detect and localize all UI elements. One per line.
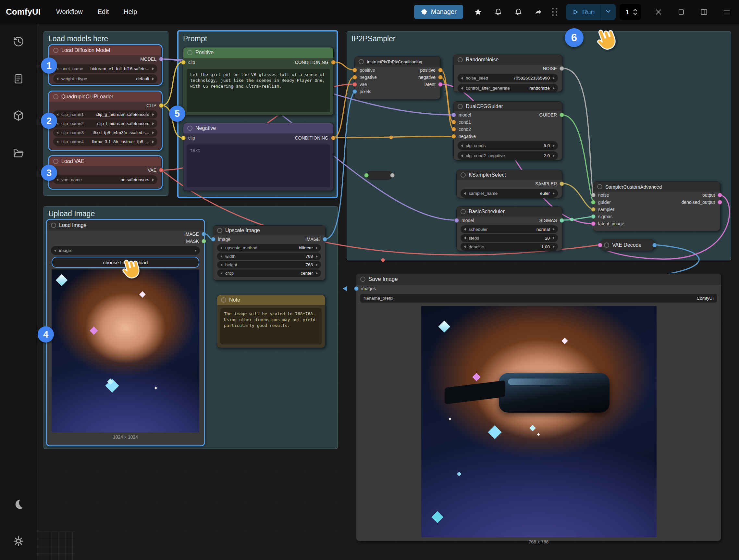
next-arrow-icon[interactable] bbox=[195, 249, 197, 252]
menu-help[interactable]: Help bbox=[124, 8, 137, 16]
bell-alt-icon[interactable] bbox=[512, 6, 525, 18]
sampler-input-slot[interactable] bbox=[591, 207, 596, 212]
collapse-toggle[interactable] bbox=[53, 48, 58, 53]
positive-output-slot[interactable] bbox=[438, 68, 443, 73]
star-icon[interactable] bbox=[472, 6, 484, 18]
widget-upscale-method[interactable]: upscale_method bilinear bbox=[217, 244, 321, 252]
clip-input-slot[interactable] bbox=[181, 136, 186, 140]
menu-workflow[interactable]: Workflow bbox=[56, 8, 83, 16]
manager-button[interactable]: Manager bbox=[414, 5, 463, 19]
node-library-cube-icon[interactable] bbox=[11, 109, 26, 123]
pixels-input-slot[interactable] bbox=[352, 89, 357, 94]
prev-arrow-icon[interactable] bbox=[220, 264, 222, 266]
widget-clip-name4[interactable]: clip_name4 llama_3.1_8b_instruct_fp8_... bbox=[53, 138, 157, 146]
model-input-slot[interactable] bbox=[454, 218, 459, 223]
cond2-input-slot[interactable] bbox=[451, 127, 456, 131]
denoised-output-slot[interactable] bbox=[718, 200, 722, 204]
widget-crop[interactable]: crop center bbox=[217, 269, 321, 277]
noise-output-slot[interactable] bbox=[560, 66, 564, 71]
next-arrow-icon[interactable] bbox=[152, 131, 154, 134]
prev-arrow-icon[interactable] bbox=[56, 113, 58, 116]
collapse-toggle[interactable] bbox=[597, 184, 602, 189]
next-arrow-icon[interactable] bbox=[553, 192, 555, 195]
run-button[interactable]: Run bbox=[566, 4, 601, 20]
collapse-toggle[interactable] bbox=[187, 126, 192, 131]
prompt-textarea[interactable]: Let the girl put on the VR glasses full … bbox=[187, 69, 330, 112]
queue-increment-icon[interactable] bbox=[632, 8, 638, 12]
sampler-output-slot[interactable] bbox=[560, 181, 564, 186]
image-output-slot[interactable] bbox=[323, 237, 327, 242]
widget-unet-name[interactable]: unet_name hidream_e1_full_bf16.safete... bbox=[53, 64, 157, 73]
prev-arrow-icon[interactable] bbox=[464, 246, 466, 248]
image-input-slot[interactable] bbox=[211, 237, 215, 242]
collapse-toggle[interactable] bbox=[51, 223, 56, 228]
node-dual-cfg-guider[interactable]: DualCFGGuider model GUIDER cond1 cond2 n… bbox=[453, 101, 562, 160]
negative-input-slot[interactable] bbox=[451, 134, 456, 139]
node-load-image[interactable]: Load Image IMAGE MASK image choose file … bbox=[47, 220, 204, 445]
node-ksampler-select[interactable]: KSamplerSelect SAMPLER sampler_name eule… bbox=[456, 170, 562, 198]
widget-steps[interactable]: steps 20 bbox=[460, 234, 558, 242]
next-arrow-icon[interactable] bbox=[316, 247, 318, 249]
prev-arrow-icon[interactable] bbox=[461, 144, 463, 147]
collapse-toggle[interactable] bbox=[53, 94, 58, 99]
widget-weight-dtype[interactable]: weight_dtype default bbox=[53, 74, 157, 83]
input-image-preview[interactable] bbox=[51, 269, 199, 432]
menu-edit[interactable]: Edit bbox=[98, 8, 109, 16]
node-note[interactable]: Note The image will be scaled to 768*768… bbox=[217, 295, 325, 348]
image-output-slot[interactable] bbox=[201, 232, 206, 236]
widget-width[interactable]: width 768 bbox=[217, 253, 321, 260]
next-arrow-icon[interactable] bbox=[553, 154, 555, 157]
prev-arrow-icon[interactable] bbox=[56, 141, 58, 143]
latent-output-slot[interactable] bbox=[438, 82, 443, 87]
node-basic-scheduler[interactable]: BasicScheduler model SIGMAS scheduler no… bbox=[456, 206, 562, 251]
next-arrow-icon[interactable] bbox=[316, 272, 318, 275]
log-list-icon[interactable] bbox=[11, 72, 26, 86]
collapse-toggle[interactable] bbox=[458, 57, 463, 62]
output-image-preview[interactable] bbox=[421, 306, 656, 537]
widget-cfg-conds[interactable]: cfg_conds 5.0 bbox=[458, 141, 558, 150]
mask-output-slot[interactable] bbox=[201, 239, 206, 244]
node-load-diffusion-model[interactable]: Load Diffusion Model MODEL unet_name hid… bbox=[49, 45, 162, 85]
reroute-input-slot[interactable] bbox=[364, 173, 369, 177]
noise-input-slot[interactable] bbox=[591, 193, 596, 197]
prev-arrow-icon[interactable] bbox=[464, 192, 466, 195]
next-arrow-icon[interactable] bbox=[152, 141, 154, 143]
model-input-slot[interactable] bbox=[451, 113, 456, 117]
settings-gear-icon[interactable] bbox=[11, 534, 26, 548]
run-options-chevron-icon[interactable] bbox=[600, 4, 616, 20]
collapse-toggle[interactable] bbox=[458, 104, 463, 109]
prev-arrow-icon[interactable] bbox=[464, 228, 466, 231]
next-arrow-icon[interactable] bbox=[553, 228, 555, 231]
widget-clip-name2[interactable]: clip_name2 clip_l_hidream.safetensors bbox=[53, 120, 157, 128]
prev-arrow-icon[interactable] bbox=[56, 131, 58, 134]
clip-input-slot[interactable] bbox=[181, 60, 186, 64]
collapse-toggle[interactable] bbox=[358, 59, 364, 64]
prev-arrow-icon[interactable] bbox=[461, 154, 463, 157]
collapse-toggle[interactable] bbox=[460, 209, 466, 214]
queue-decrement-icon[interactable] bbox=[632, 12, 638, 16]
model-output-slot[interactable] bbox=[159, 57, 164, 61]
widget-clip-name3[interactable]: clip_name3 t5xxl_fp8_e4m3fn_scaled.s... bbox=[53, 129, 157, 137]
next-arrow-icon[interactable] bbox=[152, 67, 154, 70]
widget-scheduler[interactable]: scheduler normal bbox=[460, 225, 558, 233]
node-instruct-pix2pix-conditioning[interactable]: InstructPixToPixConditioning positive po… bbox=[354, 56, 441, 99]
output-slot[interactable] bbox=[718, 193, 722, 197]
prev-arrow-icon[interactable] bbox=[461, 87, 463, 90]
node-sampler-custom-advanced[interactable]: SamplerCustomAdvanced noise output guide… bbox=[593, 181, 720, 231]
vae-input-slot[interactable] bbox=[352, 82, 357, 87]
conditioning-output-slot[interactable] bbox=[331, 136, 335, 140]
widget-image-select[interactable]: image bbox=[51, 246, 200, 255]
next-arrow-icon[interactable] bbox=[152, 78, 154, 80]
collapse-toggle[interactable] bbox=[460, 172, 466, 177]
negative-output-slot[interactable] bbox=[438, 75, 443, 80]
vae-output-slot[interactable] bbox=[159, 168, 164, 172]
widget-filename-prefix[interactable]: filename_prefix ComfyUI bbox=[360, 294, 717, 303]
widget-sampler-name[interactable]: sampler_name euler bbox=[460, 189, 558, 198]
next-arrow-icon[interactable] bbox=[553, 77, 555, 80]
queue-count-box[interactable]: 1 bbox=[620, 4, 641, 20]
widget-denoise[interactable]: denoise 1.00 bbox=[460, 243, 558, 251]
collapse-toggle[interactable] bbox=[53, 159, 58, 164]
prompt-textarea[interactable]: text bbox=[187, 144, 330, 187]
next-arrow-icon[interactable] bbox=[316, 264, 318, 266]
image-output-slot[interactable] bbox=[652, 243, 657, 247]
